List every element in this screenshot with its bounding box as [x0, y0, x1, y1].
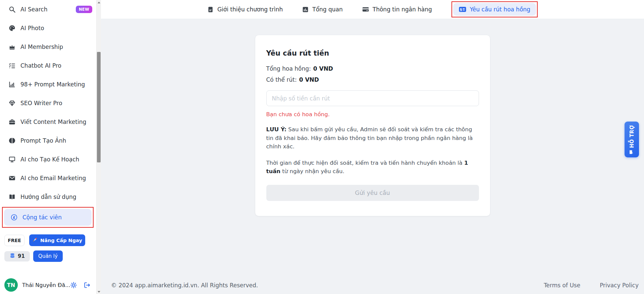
checklist-icon	[8, 62, 16, 69]
search-icon	[8, 6, 16, 13]
annotation-box-sidebar: £Cộng tác viên	[2, 207, 94, 228]
sidebar-item-label: AI cho Tạo Kế Hoạch	[20, 156, 79, 163]
crown-icon	[8, 44, 16, 50]
card-icon	[362, 6, 369, 13]
support-button[interactable]: HỖ TRỢ	[625, 122, 639, 157]
withdraw-request-card: Yêu cầu rút tiền Tổng hoa hồng:0 VND Có …	[255, 35, 490, 216]
tab-bar: Giới thiệu chương trìnhTổng quanThông ti…	[101, 0, 644, 19]
pound-icon: £	[10, 214, 18, 221]
app-window: AI SearchNEWAI PhotoAI MembershipChatbot…	[0, 0, 644, 294]
scrollbar-thumb[interactable]	[97, 52, 101, 162]
avatar: TN	[4, 278, 18, 292]
user-row: TN Thái Nguyễn Đă...	[4, 278, 90, 292]
tab-thong-tin-ngan-hang[interactable]: Thông tin ngân hàng	[362, 6, 432, 13]
sidebar-item-label: AI Photo	[20, 25, 44, 31]
coins-icon	[9, 253, 15, 260]
sidebar: AI SearchNEWAI PhotoAI MembershipChatbot…	[0, 0, 96, 294]
sidebar-item-label: AI cho Email Marketing	[20, 175, 86, 181]
note-paragraph-1: LƯU Ý: Sau khi bấm gửi yêu cầu, Admin sẽ…	[266, 125, 479, 151]
settings-gear-icon[interactable]	[70, 282, 77, 288]
sidebar-item-label: Chatbot AI Pro	[20, 62, 61, 69]
brain-icon	[8, 137, 16, 144]
credits-count: 91	[18, 253, 25, 259]
withdraw-amount-input[interactable]	[266, 90, 479, 106]
sidebar-item-label: Hướng dẫn sử dụng	[20, 194, 76, 200]
support-label: HỖ TRỢ	[629, 125, 635, 148]
sidebar-scrollbar[interactable]	[96, 0, 101, 294]
scrollbar-down-arrow[interactable]	[97, 289, 101, 294]
envelope-icon	[8, 175, 16, 181]
sidebar-item-label: Viết Content Marketing	[20, 119, 86, 125]
total-commission-label: Tổng hoa hồng:	[266, 65, 311, 72]
sidebar-item-prompt-tao-anh[interactable]: Prompt Tạo Ảnh	[0, 131, 96, 150]
available-label: Có thể rút:	[266, 76, 297, 83]
sidebar-item-ai-cho-email-marketing[interactable]: AI cho Email Marketing	[0, 169, 96, 188]
sidebar-item-seo-writer-pro[interactable]: SEO Writer Pro	[0, 94, 96, 113]
sidebar-item-ai-search[interactable]: AI SearchNEW	[0, 0, 96, 19]
available-row: Có thể rút:0 VND	[266, 76, 479, 83]
sidebar-item-huong-dan-su-dung[interactable]: Hướng dẫn sử dụng	[0, 188, 96, 206]
tab-label: Thông tin ngân hàng	[373, 6, 432, 13]
palette-icon	[8, 25, 16, 31]
total-commission-value: 0 VND	[313, 65, 333, 72]
sidebar-item-ai-membership[interactable]: AI Membership	[0, 38, 96, 56]
logout-icon[interactable]	[84, 282, 90, 288]
chat-bubble-icon	[629, 150, 635, 154]
sidebar-item-label: Cộng tác viên	[22, 214, 62, 221]
manage-button[interactable]: Quản lý	[33, 250, 63, 262]
sidebar-item-98-prompt-marketing[interactable]: 98+ Prompt Marketing	[0, 75, 96, 94]
copyright-text: © 2024 app.aimarketing.id.vn. All Rights…	[111, 282, 258, 289]
note-paragraph-2: Thời gian để thực hiện đối soát, kiểm tr…	[266, 159, 479, 176]
credits-pill[interactable]: 91	[4, 251, 30, 262]
terms-of-use-link[interactable]: Terms of Use	[544, 282, 580, 289]
footer-links: Terms of Use Privacy Policy	[544, 282, 639, 289]
chart-icon	[302, 6, 309, 13]
tab-label: Yêu cầu rút hoa hồng	[470, 6, 530, 13]
available-value: 0 VND	[299, 76, 319, 83]
sidebar-item-label: AI Membership	[20, 44, 63, 50]
credits-row: 91 Quản lý	[4, 250, 63, 262]
annotation-box-tab: $Yêu cầu rút hoa hồng	[451, 1, 538, 17]
sidebar-item-viet-content-marketing[interactable]: Viết Content Marketing	[0, 113, 96, 131]
content-area: Yêu cầu rút tiền Tổng hoa hồng:0 VND Có …	[101, 19, 644, 277]
footer: © 2024 app.aimarketing.id.vn. All Rights…	[101, 277, 644, 294]
book-icon	[8, 194, 16, 200]
sidebar-item-label: 98+ Prompt Marketing	[20, 81, 85, 88]
sidebar-item-label: AI Search	[20, 6, 47, 13]
plan-row: FREE Nâng Cấp Ngay	[4, 234, 85, 246]
tab-gioi-thieu-chuong-trinh[interactable]: Giới thiệu chương trình	[207, 6, 283, 13]
sidebar-item-label: SEO Writer Pro	[20, 100, 62, 106]
svg-text:$: $	[460, 8, 462, 11]
sidebar-item-chatbot-ai-pro[interactable]: Chatbot AI Pro	[0, 56, 96, 75]
sidebar-nav: AI SearchNEWAI PhotoAI MembershipChatbot…	[0, 0, 96, 228]
submit-request-button[interactable]: Gửi yêu cầu	[266, 185, 479, 201]
tab-label: Tổng quan	[312, 6, 343, 13]
privacy-policy-link[interactable]: Privacy Policy	[600, 282, 639, 289]
username: Thái Nguyễn Đă...	[22, 282, 70, 288]
plan-badge[interactable]: FREE	[4, 235, 24, 246]
sidebar-item-label: Prompt Tạo Ảnh	[20, 137, 66, 144]
tab-yeu-cau-rut-hoa-hong[interactable]: $Yêu cầu rút hoa hồng	[453, 3, 536, 16]
tab-tong-quan[interactable]: Tổng quan	[302, 6, 343, 13]
rocket-icon	[32, 237, 38, 243]
sidebar-item-cong-tac-vien[interactable]: £Cộng tác viên	[4, 209, 92, 226]
upgrade-button[interactable]: Nâng Cấp Ngay	[29, 234, 85, 246]
tab-label: Giới thiệu chương trình	[217, 6, 283, 13]
scrollbar-up-arrow[interactable]	[97, 0, 101, 5]
bar-chart-icon	[8, 81, 16, 88]
no-commission-error: Bạn chưa có hoa hồng.	[266, 111, 479, 118]
upgrade-label: Nâng Cấp Ngay	[40, 238, 82, 243]
total-commission-row: Tổng hoa hồng:0 VND	[266, 65, 479, 72]
briefcase-icon	[8, 119, 16, 125]
sidebar-item-ai-cho-tao-ke-hoach[interactable]: AI cho Tạo Kế Hoạch	[0, 150, 96, 169]
new-badge: NEW	[76, 6, 92, 13]
doc-icon	[207, 6, 214, 13]
sidebar-item-ai-photo[interactable]: AI Photo	[0, 19, 96, 38]
main-area: Giới thiệu chương trìnhTổng quanThông ti…	[101, 0, 644, 294]
diamond-icon	[8, 100, 16, 106]
svg-text:£: £	[13, 215, 15, 220]
money-check-icon: $	[459, 6, 466, 12]
monitor-icon	[8, 156, 16, 163]
card-title: Yêu cầu rút tiền	[266, 49, 479, 57]
